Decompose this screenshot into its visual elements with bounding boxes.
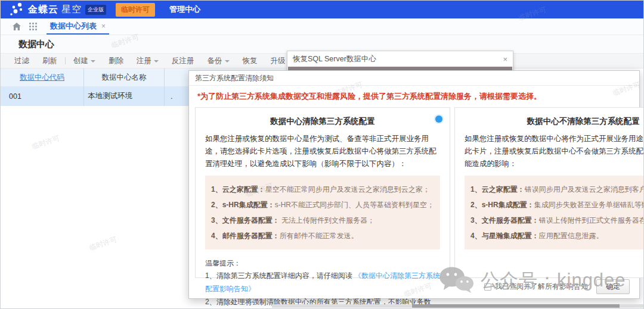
option-cards: 数据中心清除第三方系统配置 如果您注册或恢复的数据中心是作为测试、备查等非正式开… <box>189 107 639 278</box>
cell-code: 001 <box>1 86 84 106</box>
acknowledge-label: 我已查阅并了解所有影响告知 <box>495 282 588 292</box>
topbar: 金蝶云 星空 企业版 临时许可 管理中心 <box>1 1 643 18</box>
restore-dialog-title: 恢复SQL Server数据中心 <box>293 54 376 64</box>
restore-dialog-titlebar: 恢复SQL Server数据中心 × <box>287 51 513 67</box>
acknowledge-checkbox[interactable] <box>484 283 491 291</box>
column-header-name[interactable]: 数据中心名称 <box>84 68 165 86</box>
horizontal-scrollbar-thumb[interactable] <box>412 304 620 308</box>
tab-data-center-list[interactable]: 数据中心列表 × <box>47 18 109 35</box>
horizontal-scrollbar-track[interactable] <box>272 304 644 308</box>
license-watermark: 临时许可 <box>31 133 61 152</box>
dropdown-caret-icon <box>225 60 230 63</box>
close-icon[interactable]: × <box>503 55 507 64</box>
card-title: 数据中心不清除第三方系统配置 <box>465 116 644 127</box>
impact-item: 1、云之家配置：星空不能正常同步用户及发送云之家消息到云之家； <box>211 182 434 197</box>
impact-item: 2、s-HR集成配置：s-HR不能正式同步部门、人员等基础资料到星空； <box>211 197 434 213</box>
card-description: 如果您注册或恢复的数据中心是作为测试、备查等非正式开展业务用途，请您选择此卡片选… <box>205 133 440 170</box>
toolbar-restore[interactable]: 恢复 <box>236 56 264 66</box>
impact-list: 1、云之家配置：错误同步用户及发送云之家消息到客户的正式云之家； 2、s-HR集… <box>465 176 644 249</box>
dropdown-caret-icon <box>91 60 95 63</box>
tip-item: 1、清除第三方系统配置详细内容，请仔细阅读 《数据中心清除第三方系统配置影响告知… <box>205 269 440 295</box>
impact-item: 4、与星瀚集成配置：应用配置信息泄露。 <box>470 228 644 244</box>
tabbar: 数据中心列表 × <box>1 18 643 35</box>
cell-name: 本地测试环境 <box>84 86 165 106</box>
impact-item: 3、文件服务器配置：错误上传附件到正式文件服务器存储； <box>470 213 644 228</box>
brand-name: 金蝶云 <box>28 4 58 16</box>
app-window: 金蝶云 星空 企业版 临时许可 管理中心 数据中心列表 × 数据中心 过滤 刷新… <box>0 0 644 309</box>
tab-close-icon[interactable]: × <box>101 22 106 30</box>
impact-item: 3、文件服务器配置： 无法上传附件到文件服务器； <box>211 213 434 228</box>
radio-selected-icon[interactable] <box>435 116 442 123</box>
card-title: 数据中心清除第三方系统配置 <box>205 116 440 127</box>
toolbar-refresh[interactable]: 刷新 <box>36 56 64 66</box>
apps-grid-icon[interactable] <box>29 23 37 30</box>
toolbar-unregister[interactable]: 反注册 <box>165 56 201 66</box>
license-watermark: 临时许可 <box>88 235 119 253</box>
card-clear-config[interactable]: 数据中心清除第三方系统配置 如果您注册或恢复的数据中心是作为测试、备查等非正式开… <box>195 107 450 278</box>
modal-footer: 我已查阅并了解所有影响告知 确定 <box>484 279 630 294</box>
tips-section: 温馨提示： 1、清除第三方系统配置详细内容，请仔细阅读 《数据中心清除第三方系统… <box>205 257 440 309</box>
tab-label: 数据中心列表 <box>50 21 97 32</box>
toolbar-register[interactable]: 注册 <box>130 56 165 66</box>
impact-item: 2、s-HR集成配置：集成同步失败甚至业务单据错乱等数据问题； <box>470 197 644 213</box>
confirm-button[interactable]: 确定 <box>596 279 630 294</box>
tips-title: 温馨提示： <box>205 257 440 269</box>
toolbar-create[interactable]: 创建 <box>67 56 102 66</box>
card-keep-config[interactable]: 数据中心不清除第三方系统配置 如果您注册或恢复的数据中心将作为正式开展业务用途，… <box>454 107 644 278</box>
impact-list: 1、云之家配置：星空不能正常同步用户及发送云之家消息到云之家； 2、s-HR集成… <box>205 176 440 249</box>
license-badge[interactable]: 临时许可 <box>116 3 155 17</box>
third-party-config-modal: 第三方系统配置清除须知 *为了防止第三方系统集成数据交互和泄露风险，提供了第三方… <box>188 70 640 299</box>
toolbar-filter[interactable]: 过滤 <box>8 56 36 66</box>
dropdown-caret-icon <box>154 60 159 63</box>
kingdee-logo-icon <box>8 2 26 17</box>
impact-item: 4、邮件服务器配置：所有邮件不能正常发送。 <box>211 228 434 244</box>
toolbar-delete[interactable]: 删除 <box>102 56 130 66</box>
edition-badge: 企业版 <box>85 5 106 15</box>
column-header-code[interactable]: 数据中心代码 <box>1 68 84 86</box>
brand-product: 星空 <box>61 4 82 16</box>
modal-warning-text: *为了防止第三方系统集成数据交互和泄露风险，提供了第三方系统配置清除服务，请根据… <box>197 91 631 102</box>
toolbar-backup[interactable]: 备份 <box>201 56 236 66</box>
card-description: 如果您注册或恢复的数据中心将作为正式开展业务用途，请您点击选择此卡片，注册或恢复… <box>465 133 644 170</box>
admin-center-menu[interactable]: 管理中心 <box>169 4 200 15</box>
modal-title: 第三方系统配置清除须知 <box>189 71 639 86</box>
impact-item: 1、云之家配置：错误同步用户及发送云之家消息到客户的正式云之家； <box>470 182 644 197</box>
toolbar-divider <box>65 57 66 64</box>
home-icon[interactable] <box>13 23 21 30</box>
